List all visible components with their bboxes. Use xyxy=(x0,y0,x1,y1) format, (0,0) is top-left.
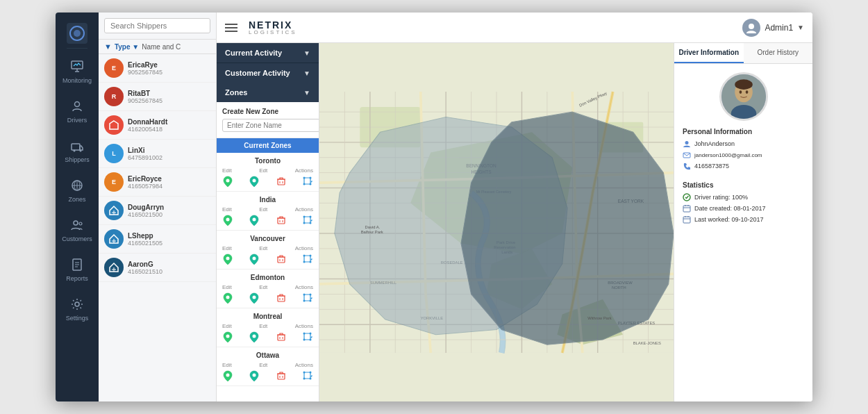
zone-pin-green-icon[interactable] xyxy=(222,254,233,265)
zone-name: Edmonton xyxy=(222,274,313,281)
svg-point-20 xyxy=(749,24,754,29)
zone-pin-green-icon[interactable] xyxy=(222,331,233,342)
zone-actions-row: Edit Edt Actions xyxy=(222,167,313,174)
app-logo-icon xyxy=(67,23,87,44)
svg-point-31 xyxy=(226,218,230,222)
sidebar-label-zones: Zones xyxy=(68,196,85,203)
svg-text:David A.: David A. xyxy=(365,225,381,229)
sidebar-item-zones[interactable]: Zones xyxy=(62,170,92,210)
left-sidebar: Monitoring Drivers Shippers xyxy=(56,13,99,401)
shipper-item[interactable]: AaronG 4165021510 xyxy=(99,254,216,282)
svg-text:BLAKE-JONES: BLAKE-JONES xyxy=(633,341,661,345)
shipper-info: EricaRye 9052567845 xyxy=(128,61,210,76)
shipper-avatar: E xyxy=(104,58,124,78)
zone-delete-icon[interactable] xyxy=(276,254,287,265)
customers-icon xyxy=(69,217,85,233)
zone-delete-icon[interactable] xyxy=(276,176,287,187)
zones-chevron-icon: ▼ xyxy=(303,89,310,97)
zone-pin-teal-icon[interactable] xyxy=(249,215,260,226)
shipper-item[interactable]: E EricaRye 9052567845 xyxy=(99,54,216,83)
admin-name: Admin1 xyxy=(765,23,793,33)
sidebar-item-settings[interactable]: Settings xyxy=(62,289,92,329)
filter-bar: ▼ Type ▼ Name and C xyxy=(99,40,216,54)
zone-delete-icon[interactable] xyxy=(276,331,287,342)
zone-delete-icon[interactable] xyxy=(276,215,287,226)
svg-point-69 xyxy=(303,339,305,341)
zone-edit-shape-icon[interactable] xyxy=(302,292,313,304)
zone-edt-label: Edt xyxy=(259,362,267,368)
zones-section-header[interactable]: Zones ▼ xyxy=(217,83,319,102)
shipper-item[interactable]: LShepp 4165021505 xyxy=(99,225,216,254)
shipper-item[interactable]: L LinXi 6475891002 xyxy=(99,140,216,168)
zone-edit-shape-icon[interactable] xyxy=(302,254,313,265)
email-icon xyxy=(683,151,691,159)
shipper-phone: 9052567845 xyxy=(128,69,210,76)
zone-pin-teal-icon[interactable] xyxy=(249,370,260,381)
create-zone-input[interactable] xyxy=(222,119,319,132)
shipper-item[interactable]: E EricRoyce 4165057984 xyxy=(99,168,216,197)
tab-driver-information[interactable]: Driver Information xyxy=(674,43,744,63)
zone-delete-icon[interactable] xyxy=(276,292,287,304)
shipper-name: RitaBT xyxy=(128,90,210,97)
zone-edit-shape-icon[interactable] xyxy=(302,176,313,187)
zone-edit-shape-icon[interactable] xyxy=(302,215,313,226)
zone-name: Toronto xyxy=(222,157,313,165)
stat-last-worked-row: Last worked: 09-10-2017 xyxy=(683,215,804,224)
svg-rect-66 xyxy=(304,333,310,340)
zone-pin-green-icon[interactable] xyxy=(222,176,233,187)
svg-point-7 xyxy=(79,150,81,152)
hamburger-menu[interactable] xyxy=(225,24,237,32)
zone-pin-green-icon[interactable] xyxy=(222,292,233,304)
zone-icons-row xyxy=(222,254,313,265)
driver-phone: 4165873875 xyxy=(694,163,729,169)
reports-icon xyxy=(69,256,85,273)
zone-pin-green-icon[interactable] xyxy=(222,370,233,381)
filter-type-label[interactable]: Type ▼ xyxy=(115,43,139,51)
zone-actions-label: Actions xyxy=(295,167,313,174)
svg-point-30 xyxy=(309,183,311,185)
zone-pin-teal-icon[interactable] xyxy=(249,331,260,342)
sidebar-nav: Monitoring Drivers Shippers xyxy=(62,49,92,401)
shipper-info: LinXi 6475891002 xyxy=(128,147,210,161)
zone-icons-row xyxy=(222,331,313,342)
shipper-item[interactable]: DougArryn 4165021500 xyxy=(99,197,216,225)
zone-delete-icon[interactable] xyxy=(276,370,287,381)
shippers-search-input[interactable] xyxy=(104,18,210,33)
zone-pin-teal-icon[interactable] xyxy=(249,254,260,265)
svg-rect-145 xyxy=(683,206,690,212)
sidebar-logo-area xyxy=(67,18,87,49)
stats-section: Statistics Driver rating: 100% Date cre xyxy=(674,181,812,235)
zone-pin-teal-icon[interactable] xyxy=(249,176,260,187)
map-area[interactable]: BENNINGTON HEIGHTS EAST YORK BROADVIEW N… xyxy=(319,43,674,401)
svg-point-80 xyxy=(309,378,311,380)
shipper-item[interactable]: DonnaHardt 4162005418 xyxy=(99,111,216,140)
sidebar-item-monitoring[interactable]: Monitoring xyxy=(62,51,92,91)
zone-actions-row: Edit Edt Actions xyxy=(222,362,313,368)
map-zones-area: Current Activity ▼ Customer Activity ▼ Z… xyxy=(217,43,812,401)
drivers-icon xyxy=(69,98,85,115)
shipper-name: AaronG xyxy=(128,260,210,268)
current-activity-header[interactable]: Current Activity ▼ xyxy=(217,43,319,63)
shipper-item[interactable]: R RitaBT 9052567845 xyxy=(99,83,216,111)
zone-actions-row: Edit Edt Actions xyxy=(222,323,313,329)
create-zone-section: Create New Zone + xyxy=(217,102,319,138)
svg-point-39 xyxy=(303,222,305,224)
zone-actions-row: Edit Edt Actions xyxy=(222,206,313,213)
tab-order-history[interactable]: Order History xyxy=(744,43,813,63)
main-content: NETRIX LOGISTICS Admin1 ▼ Current Activi… xyxy=(217,13,812,401)
zone-edit-label: Edit xyxy=(222,245,232,251)
admin-section[interactable]: Admin1 ▼ xyxy=(742,19,804,37)
zone-edit-shape-icon[interactable] xyxy=(302,370,313,381)
sidebar-item-customers[interactable]: Customers xyxy=(62,210,92,249)
svg-point-60 xyxy=(309,300,311,302)
sidebar-item-drivers[interactable]: Drivers xyxy=(62,91,92,131)
zone-pin-teal-icon[interactable] xyxy=(249,292,260,304)
zone-edit-shape-icon[interactable] xyxy=(302,331,313,342)
sidebar-item-reports[interactable]: Reports xyxy=(62,249,92,289)
stat-rating: Driver rating: 100% xyxy=(694,194,748,201)
customer-activity-header[interactable]: Customer Activity ▼ xyxy=(217,63,319,83)
svg-point-41 xyxy=(226,257,230,260)
sidebar-item-shippers[interactable]: Shippers xyxy=(62,131,92,170)
sidebar-label-customers: Customers xyxy=(62,235,92,242)
zone-pin-green-icon[interactable] xyxy=(222,215,233,226)
